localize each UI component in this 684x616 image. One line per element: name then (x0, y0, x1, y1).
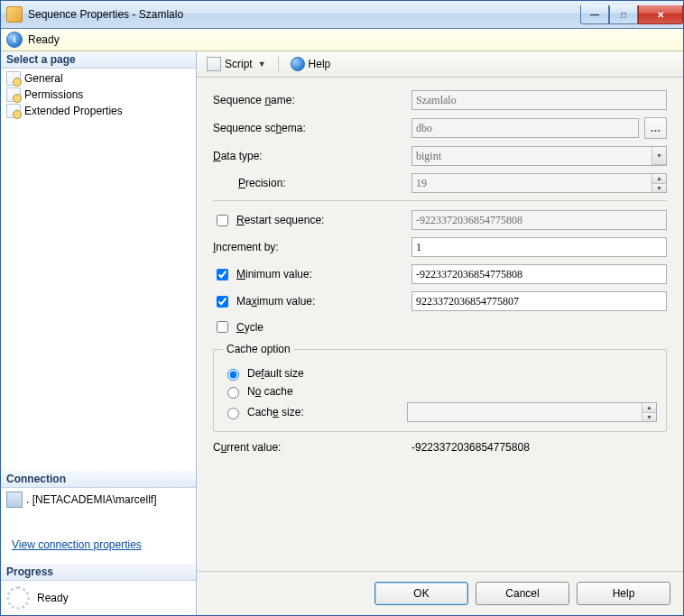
connection-body: . [NETACADEMIA\marcellf] View connection… (1, 488, 196, 564)
data-type-select (411, 146, 667, 166)
app-icon (6, 6, 23, 23)
page-list: General Permissions Extended Properties (1, 69, 196, 121)
infobar: Ready (1, 29, 683, 51)
help-label: Help (309, 58, 331, 70)
sequence-schema-label: Sequence schema: (213, 122, 411, 134)
min-input[interactable] (411, 264, 667, 284)
cache-no-label: No cache (247, 385, 293, 398)
maximize-button[interactable]: □ (609, 5, 638, 24)
window-controls: — □ ✕ (580, 5, 683, 23)
cache-default-radio[interactable] (227, 369, 239, 381)
info-icon (6, 32, 23, 48)
button-bar: OK Cancel Help (197, 571, 683, 615)
restart-label: Restart sequence: (213, 212, 411, 229)
view-connection-properties-link[interactable]: View connection properties (6, 538, 147, 551)
min-checkbox[interactable] (217, 269, 228, 280)
data-type-label: Data type: (213, 150, 411, 162)
min-label: Minimum value: (213, 266, 411, 283)
increment-label: Increment by: (213, 241, 411, 253)
max-input[interactable] (411, 291, 667, 311)
ok-button[interactable]: OK (374, 582, 468, 605)
cache-no-radio[interactable] (227, 387, 239, 399)
server-icon (6, 492, 23, 508)
progress-spinner-icon (6, 586, 30, 610)
max-label: Maximum value: (213, 293, 411, 310)
page-item-general[interactable]: General (1, 70, 196, 87)
page-label: General (24, 72, 63, 85)
help-button[interactable]: Help (577, 582, 670, 605)
progress-body: Ready (1, 581, 196, 615)
max-checkbox[interactable] (217, 296, 228, 308)
connection-value: . [NETACADEMIA\marcellf] (26, 493, 156, 506)
precision-label: Precision: (213, 177, 411, 189)
body: Select a page General Permissions Extend… (1, 51, 683, 615)
progress-status: Ready (37, 592, 69, 604)
spin-up-icon: ▲ (652, 174, 666, 184)
help-icon (291, 57, 305, 71)
connection-row: . [NETACADEMIA\marcellf] (6, 492, 190, 508)
increment-input[interactable] (411, 237, 667, 257)
chevron-down-icon: ▼ (652, 147, 666, 165)
select-page-header: Select a page (1, 51, 196, 69)
script-icon (207, 57, 221, 71)
page-icon (6, 71, 21, 86)
cache-size-label: Cache size: (247, 406, 304, 418)
close-icon: ✕ (657, 10, 664, 20)
form-area: Sequence name: Sequence schema: … (197, 78, 683, 571)
cache-default-label: Default size (247, 367, 304, 380)
cycle-checkbox[interactable] (217, 321, 228, 333)
current-value: -9223372036854775808 (411, 441, 530, 454)
page-icon (6, 87, 21, 102)
script-label: Script (225, 58, 253, 70)
infobar-status: Ready (28, 33, 60, 46)
schema-browse-button[interactable]: … (644, 117, 667, 139)
titlebar[interactable]: Sequence Properties - Szamlalo — □ ✕ (1, 1, 683, 29)
page-item-extended-properties[interactable]: Extended Properties (1, 103, 196, 119)
right-panel: Script ▼ Help Sequence name: (197, 51, 683, 615)
minimize-icon: — (590, 10, 599, 20)
divider (213, 200, 667, 201)
close-button[interactable]: ✕ (638, 5, 683, 24)
cycle-label: Cycle (213, 318, 411, 336)
cache-size-radio[interactable] (227, 408, 239, 419)
sequence-schema-input (411, 118, 639, 138)
window-root: Sequence Properties - Szamlalo — □ ✕ Rea… (0, 0, 684, 616)
page-item-permissions[interactable]: Permissions (1, 87, 196, 103)
restart-input (411, 210, 667, 230)
sequence-name-input (411, 90, 667, 110)
maximize-icon: □ (621, 10, 626, 20)
page-label: Permissions (24, 88, 83, 101)
spin-down-icon: ▼ (642, 413, 656, 422)
script-button[interactable]: Script ▼ (202, 54, 271, 74)
page-icon (6, 104, 21, 118)
current-value-label: Current value: (213, 441, 411, 454)
page-label: Extended Properties (24, 105, 123, 117)
connection-header: Connection (1, 471, 196, 488)
minimize-button[interactable]: — (580, 5, 609, 24)
restart-checkbox[interactable] (217, 215, 228, 226)
left-panel: Select a page General Permissions Extend… (1, 51, 197, 615)
spin-down-icon: ▼ (652, 184, 666, 193)
progress-header: Progress (1, 564, 196, 581)
precision-input (411, 173, 667, 193)
spin-up-icon: ▲ (642, 403, 656, 413)
cancel-button[interactable]: Cancel (476, 582, 569, 605)
window-title: Sequence Properties - Szamlalo (28, 8, 580, 21)
help-button[interactable]: Help (286, 54, 336, 74)
cache-size-input (407, 402, 657, 422)
cache-option-group: Cache option Default size No cache (213, 343, 667, 432)
chevron-down-icon: ▼ (258, 60, 266, 69)
toolbar: Script ▼ Help (197, 51, 683, 78)
cache-legend: Cache option (223, 343, 294, 355)
sequence-name-label: Sequence name: (213, 94, 411, 106)
toolbar-separator (278, 56, 279, 72)
